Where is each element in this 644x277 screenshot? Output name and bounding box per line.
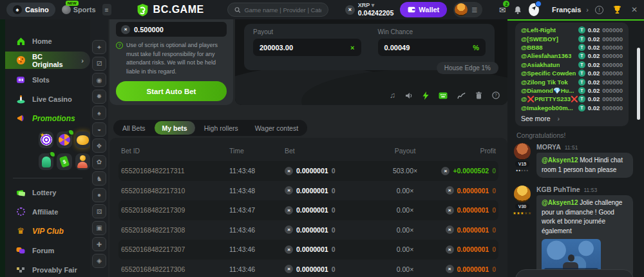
bet-amount-value: 0.500000 [134,26,164,33]
sidebar-item-forum[interactable]: Forum [5,242,90,259]
wallet-button[interactable]: Wallet [400,2,447,17]
promo-piggy-icon[interactable] [75,131,90,148]
bet-amount-input[interactable]: × 0.500000 [116,22,227,37]
table-row[interactable]: 65520168482217311 11:43:48 × 0.00000010 … [118,161,498,181]
help-icon[interactable]: ? [492,91,500,99]
payout-input[interactable]: 200003.00 × [253,39,361,56]
casino-toggle[interactable]: ♠ Casino [6,3,55,17]
user-avatar[interactable] [514,186,531,202]
sound-icon[interactable] [405,92,413,99]
table-row[interactable]: 65520168482217306 11:43:46 × 0.00000010 … [118,260,498,277]
sidebar-item-lottery[interactable]: Lottery [5,184,90,201]
game-icon[interactable]: ⚂ [92,57,106,71]
profile-menu[interactable]: ☰ [453,2,482,17]
sidebar-item-slots[interactable]: Slots [5,71,90,88]
start-auto-bet-button[interactable]: Start Auto Bet [116,81,227,101]
sidebar-item-live-casino[interactable]: Live Casino [5,90,90,108]
sports-toggle[interactable]: NEW Sports [62,5,96,14]
table-row[interactable]: 65520168482217310 11:43:48 × 0.00000010 … [118,181,498,201]
trash-icon[interactable] [475,91,482,99]
promo-coin-drop-icon[interactable] [75,153,90,170]
rain-username[interactable]: @[SWEBOY] [521,35,558,43]
tab-wager-contest[interactable]: Wager contest [247,121,306,135]
see-more-link[interactable]: See more › [521,115,623,122]
music-icon[interactable]: ♫ [390,91,395,100]
game-icon[interactable]: ◉ [92,73,106,87]
new-badge: NEW [66,1,79,6]
tab-high-rollers[interactable]: High rollers [196,121,246,135]
promo-spin-icon[interactable]: ★ [39,131,53,148]
game-icon[interactable]: ◈ [92,254,106,268]
game-icon[interactable]: ◒ [92,122,106,137]
win-chance-input[interactable]: 0.00049 % [378,39,486,56]
turbo-icon[interactable] [422,91,429,100]
trends-icon[interactable] [457,92,466,99]
rain-username[interactable]: @Diamond💎Hu... [521,87,574,94]
table-row[interactable]: 65520168482217309 11:43:47 × 0.00000010 … [118,200,498,220]
game-icon[interactable]: ● [92,188,106,202]
trophy-icon[interactable] [612,5,622,14]
balance-selector[interactable]: × XRP ▾ 0.04242205 [345,3,393,17]
bet-amount-dim: 0 [332,167,336,175]
tab-my-bets[interactable]: My bets [155,121,195,135]
rain-username[interactable]: @Aliesfahan1363 [521,52,571,59]
game-icon[interactable]: ✹ [92,90,106,104]
bet-amount: 0.0000001 [296,167,328,175]
table-row[interactable]: 65520168482217307 11:43:46 × 0.00000010 … [118,240,498,260]
game-icon[interactable]: ⚄ [92,204,106,218]
game-icon[interactable]: ❖ [92,138,106,153]
game-icon[interactable]: ♠ [92,106,106,120]
chevron-right-icon: › [586,6,589,14]
game-icon[interactable]: ✿ [92,155,106,169]
sidebar-item-promotions[interactable]: Promotions [5,110,90,127]
sidebar-item-bc-originals[interactable]: BC Originals › [5,52,90,69]
sidebar-item-label: Lottery [32,189,56,196]
search-input[interactable] [244,6,321,14]
close-icon[interactable]: ✕ [631,5,638,14]
chat-input[interactable] [515,269,634,277]
rain-username[interactable]: @Left-Right [521,26,556,33]
game-icon[interactable]: ✦ [92,40,106,54]
game-icon[interactable]: ✚ [92,237,106,251]
sidebar-item-affiliate[interactable]: Affiliate [5,203,90,220]
bet-profit-dim: 0 [492,245,496,253]
menu-button[interactable]: ≡ [102,4,111,15]
user-avatar[interactable] [514,143,531,160]
promo-rocket-icon[interactable] [39,153,53,170]
sidebar-item-home[interactable]: Home [5,32,90,50]
language-selector[interactable]: Français › [552,6,589,14]
table-row[interactable]: 65520168482217308 11:43:46 × 0.00000010 … [118,220,498,240]
inbox-button[interactable]: ✉2 [498,4,507,15]
promo-wheel-icon[interactable] [57,131,71,148]
auto-bet-panel: × 0.500000 ? Use of script is optional a… [109,19,233,105]
rain-username[interactable]: @BB88 [521,44,543,51]
hotkeys-icon[interactable] [439,92,448,99]
bet-profit: 0.0000001 [457,245,489,253]
chat-toggle-button[interactable] [529,3,539,16]
bcgame-logo[interactable]: BC.GAME [136,3,204,17]
tab-all-bets[interactable]: All Bets [115,121,153,135]
chevron-right-icon: › [557,115,560,122]
sidebar-item-vip-club[interactable]: ♛ VIP Club [5,222,90,240]
rain-username[interactable]: @Imakegob00m... [521,104,573,111]
rain-amount: 0.02 [588,87,600,94]
level-badge: V30 [515,204,529,209]
rain-username[interactable]: @Zilong Tik Tok [521,79,568,86]
game-icon[interactable]: ▣ [92,221,106,235]
mention-link[interactable]: @Aksyen12 [542,157,578,164]
rain-username[interactable]: @Specific Cowden [521,70,576,77]
rain-amount-dim: 000000 [602,61,623,68]
notifications-button[interactable] [513,4,522,15]
sidebar-item-provably-fair[interactable]: Provably Fair [5,261,90,277]
chat-rules-button[interactable]: ! [595,6,603,14]
chat-scrollbar[interactable] [637,48,640,120]
game-search[interactable] [227,3,328,17]
rain-username[interactable]: @Asiakhatun [521,61,560,68]
rain-username[interactable]: @❌PRITTYS233❌ [521,95,578,102]
game-icon[interactable]: ♞ [92,171,106,186]
rain-amount-dim: 000000 [602,26,623,33]
bets-table: Bet ID Time Bet Payout Profit 6552016848… [109,138,507,277]
rain-amount-dim: 000000 [602,35,623,43]
promo-money-tag-icon[interactable]: $ [57,153,71,170]
mention-link[interactable]: @Aksyen12 [542,199,578,206]
